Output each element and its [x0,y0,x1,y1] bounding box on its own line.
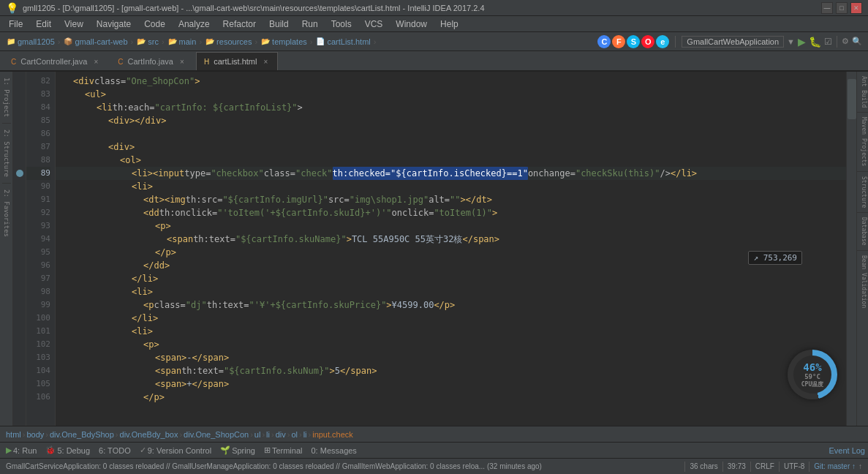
code-line-101: <li> [56,325,846,338]
minimize-button[interactable]: — [821,2,833,14]
dropdown-arrow-icon[interactable]: ▼ [787,37,795,46]
settings-icon[interactable]: ⚙ [842,37,849,46]
maven-projects-panel[interactable]: Maven Projects [857,113,868,171]
status-bar: GmallCartServiceApplication: 0 classes r… [0,458,868,474]
vcs-tool[interactable]: ✓ 9: Version Control [137,445,214,455]
path-div[interactable]: div [276,430,286,439]
code-editor[interactable]: <div class="One_ShopCon"> <ul> <li th:ea… [56,72,846,426]
coverage-button[interactable]: ☑ [824,37,832,47]
breadcrumb-src[interactable]: src [148,37,159,46]
run-tool[interactable]: ▶ 4: Run [3,445,39,455]
tab-cartlist[interactable]: H cartList.html × [196,52,279,70]
gutter-99 [13,298,26,312]
menu-build[interactable]: Build [263,18,295,31]
gutter-86 [13,127,26,140]
right-status: Event Log [829,446,865,455]
path-ul[interactable]: ul [254,430,261,439]
sidebar-structure-label[interactable]: 2: Structure [2,124,11,184]
run-button[interactable]: ▶ [798,36,806,48]
title-bar: 💡 gmll1205 - [D:\gmall1205] - [gmall-car… [0,0,868,16]
path-input-check[interactable]: input.check [312,430,353,439]
tab-label-cartlist: cartList.html [214,57,257,66]
debug-button[interactable]: 🐛 [809,36,821,48]
menu-run[interactable]: Run [296,18,324,31]
path-html[interactable]: html [6,430,21,439]
code-line-98: <li> [56,285,846,298]
sep2 [722,462,723,472]
menu-code[interactable]: Code [138,18,171,31]
tab-cartcontroller[interactable]: C CartController.java × [3,52,108,70]
git-status[interactable]: Git: master ↑ [814,462,856,470]
tab-close-cartcontroller[interactable]: × [91,57,100,66]
menu-refactor[interactable]: Refactor [217,18,262,31]
terminal-tool[interactable]: ⊞ Terminal [261,445,306,455]
menu-bar: File Edit View Navigate Code Analyze Ref… [0,16,868,32]
breadcrumb-file[interactable]: cartList.html [327,37,370,46]
tab-close-cartlist[interactable]: × [261,57,270,66]
gutter-96 [13,259,26,272]
vcs-push[interactable]: ↑ [858,462,862,470]
safari-icon[interactable]: S [627,35,640,48]
ant-build-panel[interactable]: Ant Build [857,72,868,113]
firefox-icon[interactable]: F [612,35,625,48]
database-panel[interactable]: Database [857,213,868,251]
toolbar-separator [675,36,676,48]
debug-icon: 🐞 [45,445,56,455]
menu-window[interactable]: Window [390,18,433,31]
breadcrumb-main[interactable]: main [179,37,197,46]
project-icon: 📁 [6,37,16,47]
code-line-90: <li> [56,180,846,193]
menu-vcs[interactable]: VCS [359,18,389,31]
cursor-position[interactable]: 39:73 [728,462,746,470]
path-li2[interactable]: li [303,430,307,439]
run-config-selector[interactable]: GmallCartWebApplication [682,36,784,48]
menu-help[interactable]: Help [434,18,464,31]
close-button[interactable]: ✕ [850,2,862,14]
code-line-105: <span> + </span> [56,377,846,391]
gutter-102 [13,338,26,351]
opera-icon[interactable]: O [641,35,654,48]
path-div-shopcon[interactable]: div.One_ShopCon [184,430,249,439]
gutter-92 [13,206,26,219]
structure-panel[interactable]: Structure [857,172,868,213]
mini-scrollbar[interactable] [846,72,856,426]
menu-navigate[interactable]: Navigate [91,18,137,31]
path-body[interactable]: body [26,430,44,439]
event-log[interactable]: Event Log [829,446,865,455]
path-li[interactable]: li [266,430,270,439]
path-bar: html › body › div.One_BdyShop › div.OneB… [0,426,868,442]
code-line-97: </li> [56,272,846,285]
chrome-icon[interactable]: C [597,35,611,48]
path-ol[interactable]: ol [291,430,298,439]
encoding[interactable]: UTF-8 [784,462,804,470]
menu-edit[interactable]: Edit [30,18,57,31]
search-icon[interactable]: 🔍 [852,37,862,46]
tab-label-cartcontroller: CartController.java [20,57,87,66]
gutter-101 [13,325,26,338]
ie-icon[interactable]: e [656,35,669,48]
breadcrumb-templates[interactable]: templates [272,37,307,46]
bean-validation-panel[interactable]: Bean Validation [857,251,868,312]
menu-tools[interactable]: Tools [325,18,358,31]
sidebar-favorites-label[interactable]: 2: Favorites [2,184,11,243]
code-line-87: <div> [56,140,846,154]
menu-analyze[interactable]: Analyze [173,18,216,31]
path-div-onebdy[interactable]: div.OneBdy_box [120,430,178,439]
line-ending[interactable]: CRLF [755,462,774,470]
tab-cartinfo[interactable]: C CartInfo.java × [110,52,195,70]
spring-tool[interactable]: 🌱 Spring [217,445,258,455]
sidebar-project-label[interactable]: 1: Project [2,72,11,124]
breadcrumb-module[interactable]: gmall-cart-web [75,37,127,46]
debug-tool[interactable]: 🐞 5: Debug [42,445,93,455]
scroll-thumb[interactable] [848,79,856,119]
path-div-bdyshop[interactable]: div.One_BdyShop [50,430,114,439]
breadcrumb-resources[interactable]: resources [216,37,252,46]
breakpoint-marker[interactable] [16,170,23,177]
messages-tool[interactable]: 0: Messages [309,446,360,455]
maximize-button[interactable]: □ [836,2,848,14]
todo-tool[interactable]: 6: TODO [96,446,134,455]
menu-file[interactable]: File [3,18,29,31]
breadcrumb-project[interactable]: gmall1205 [18,37,55,46]
menu-view[interactable]: View [59,18,89,31]
tab-close-cartinfo[interactable]: × [178,57,186,66]
